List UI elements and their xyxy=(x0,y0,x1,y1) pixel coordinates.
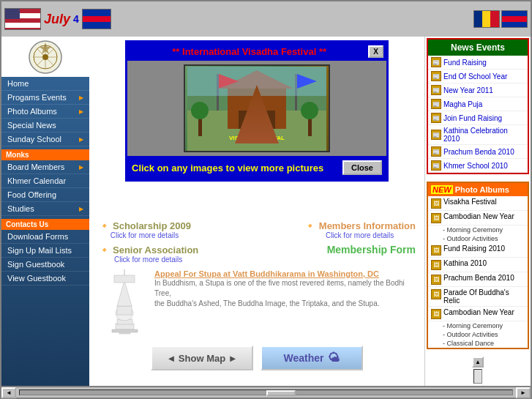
svg-text:VISADHA FESTIVAL: VISADHA FESTIVAL xyxy=(229,135,285,141)
news-label-prachum: Prachum Benda 2010 xyxy=(443,148,514,156)
sidebar-item-signup[interactable]: Sign Up Mail Lists xyxy=(1,244,89,258)
photo-label-fundraising: Fund Raising 2010 xyxy=(443,245,505,253)
photo-icon-fundraising: 🖼 xyxy=(431,245,441,256)
photo-albums-section: NEW Photo Albums 🖼 Visakha Festival 🖼 Ca… xyxy=(427,182,529,349)
top-header: July 4 xyxy=(1,1,531,37)
sidebar-item-news[interactable]: Special News xyxy=(1,119,89,133)
new-badge: NEW xyxy=(431,185,453,194)
sidebar-navigation: Home Progams Events Photo Albums Special… xyxy=(1,77,89,286)
photo-sub-classical: - Classical Dance xyxy=(428,339,528,348)
sidebar-item-home[interactable]: Home xyxy=(1,77,89,91)
news-icon-magha: 📰 xyxy=(431,99,441,109)
sidebar-item-signguestbook[interactable]: Sign Guestbook xyxy=(1,258,89,272)
sidebar-item-food[interactable]: Food Offering xyxy=(1,188,89,202)
header-left: July 4 xyxy=(4,8,111,30)
news-events-section: News Events 📰 Fund Raising 📰 End Of Scho… xyxy=(427,38,529,174)
cambodia-flag xyxy=(82,9,111,29)
photo-label-visakha: Visakha Festival xyxy=(443,198,497,206)
sidebar-item-calendar[interactable]: Khmer Calendar xyxy=(1,174,89,188)
svg-rect-27 xyxy=(187,67,326,96)
photo-albums-header: NEW Photo Albums xyxy=(428,183,528,196)
news-icon-newyear: 📰 xyxy=(431,85,441,95)
sidebar-item-board[interactable]: Board Members xyxy=(1,160,89,174)
news-label-joinfund: Join Fund Raising xyxy=(443,114,502,122)
sidebar-sunday-label: Sunday School xyxy=(7,135,61,143)
scroll-up-button[interactable]: ▲ xyxy=(472,357,484,368)
news-item-endofschool[interactable]: 📰 End Of School Year xyxy=(428,70,528,83)
scroll-right-button[interactable]: ► xyxy=(516,387,531,398)
popup-close-x-button[interactable]: X xyxy=(368,45,383,58)
main-content: Home Progams Events Photo Albums Special… xyxy=(1,37,531,386)
sidebar-item-photos[interactable]: Photo Albums xyxy=(1,105,89,119)
news-item-kathina[interactable]: 📰 Kathina Celebration 2010 xyxy=(428,125,528,145)
photo-label-parade: Parade Of Buddha's Relic xyxy=(443,288,525,305)
photo-item-cambodian2[interactable]: 🖼 Cambodian New Year xyxy=(428,307,528,321)
scroll-thumb-horizontal xyxy=(266,390,296,396)
sidebar-item-programs[interactable]: Progams Events xyxy=(1,91,89,105)
svg-point-29 xyxy=(191,102,209,119)
sidebar-food-label: Food Offering xyxy=(7,190,56,199)
romania-flag xyxy=(473,10,500,28)
news-item-newyear[interactable]: 📰 New Year 2011 xyxy=(428,83,528,97)
news-item-joinfund[interactable]: 📰 Join Fund Raising xyxy=(428,111,528,125)
photo-icon-cambodian2: 🖼 xyxy=(431,309,441,319)
popup-image-area[interactable]: VISADHA FESTIVAL xyxy=(127,61,386,156)
sidebar-signguestbook-label: Sign Guestbook xyxy=(7,260,64,269)
july-text: July xyxy=(44,12,70,27)
scroll-track xyxy=(473,369,482,384)
photo-item-prachum[interactable]: 🖼 Prachum Benda 2010 xyxy=(428,272,528,287)
scroll-left-button[interactable]: ◄ xyxy=(1,387,16,398)
photo-albums-title: Photo Albums xyxy=(455,185,509,194)
sidebar-calendar-label: Khmer Calendar xyxy=(7,176,66,185)
sidebar-home-label: Home xyxy=(7,79,29,88)
scroll-track-horizontal xyxy=(19,389,513,395)
popup-overlay: ** International Visadha Festival ** X xyxy=(89,37,424,386)
sidebar-item-download[interactable]: Download Forms xyxy=(1,230,89,244)
svg-rect-21 xyxy=(239,111,253,129)
popup-title-text: ** International Visadha Festival ** xyxy=(130,46,368,57)
sidebar-board-label: Board Members xyxy=(7,163,64,171)
news-icon-khmer: 📰 xyxy=(431,160,441,171)
photo-item-fundraising[interactable]: 🖼 Fund Raising 2010 xyxy=(428,243,528,258)
festival-image: VISADHA FESTIVAL xyxy=(187,67,326,151)
svg-rect-22 xyxy=(261,111,275,129)
news-label-endofschool: End Of School Year xyxy=(443,72,507,81)
left-sidebar: Home Progams Events Photo Albums Special… xyxy=(1,37,89,386)
news-events-list: 📰 Fund Raising 📰 End Of School Year 📰 Ne… xyxy=(428,56,528,173)
photo-icon-kathina: 🖼 xyxy=(431,260,441,270)
news-item-magha[interactable]: 📰 Magha Puja xyxy=(428,97,528,111)
photo-item-cambodian1[interactable]: 🖼 Cambodian New Year xyxy=(428,211,528,225)
popup-close-button[interactable]: Close xyxy=(342,160,382,175)
sidebar-programs-label: Progams Events xyxy=(7,93,67,102)
photo-icon-prachum: 🖼 xyxy=(431,275,441,285)
photo-label-kathina: Kathina 2010 xyxy=(443,259,487,267)
news-label-magha: Magha Puja xyxy=(443,100,482,108)
popup-box: ** International Visadha Festival ** X xyxy=(125,40,389,182)
july4-num: 4 xyxy=(73,13,79,25)
news-icon-kathina: 📰 xyxy=(431,130,441,140)
logo-seal xyxy=(27,39,64,75)
header-right xyxy=(473,10,528,28)
news-label-newyear: New Year 2011 xyxy=(443,86,493,94)
usa-flag xyxy=(4,8,41,30)
photo-sub-outdoor2: - Outdoor Activities xyxy=(428,330,528,339)
sidebar-download-label: Download Forms xyxy=(7,232,68,241)
sidebar-contacts-header: Contacts Us xyxy=(1,219,89,230)
photo-item-visakha[interactable]: 🖼 Visakha Festival xyxy=(428,196,528,211)
photo-icon-visakha: 🖼 xyxy=(431,198,441,209)
news-item-khmer[interactable]: 📰 Khmer School 2010 xyxy=(428,159,528,173)
photo-item-kathina[interactable]: 🖼 Kathina 2010 xyxy=(428,258,528,272)
sidebar-photos-label: Photo Albums xyxy=(7,107,57,116)
news-icon-joinfund: 📰 xyxy=(431,113,441,123)
news-item-fundraising[interactable]: 📰 Fund Raising xyxy=(428,56,528,70)
sidebar-news-label: Special News xyxy=(7,121,56,130)
photo-item-parade[interactable]: 🖼 Parade Of Buddha's Relic xyxy=(428,287,528,307)
photo-label-cambodian1: Cambodian New Year xyxy=(443,212,514,220)
photo-albums-list: 🖼 Visakha Festival 🖼 Cambodian New Year … xyxy=(428,196,528,348)
bottom-scrollbar: ◄ ► xyxy=(1,386,531,398)
news-label-kathina: Kathina Celebration 2010 xyxy=(443,127,525,143)
sidebar-item-viewguestbook[interactable]: View Guestbook xyxy=(1,272,89,286)
sidebar-item-studies[interactable]: Studies xyxy=(1,202,89,216)
news-item-prachum[interactable]: 📰 Prachum Benda 2010 xyxy=(428,145,528,159)
sidebar-item-sunday[interactable]: Sunday School xyxy=(1,133,89,146)
